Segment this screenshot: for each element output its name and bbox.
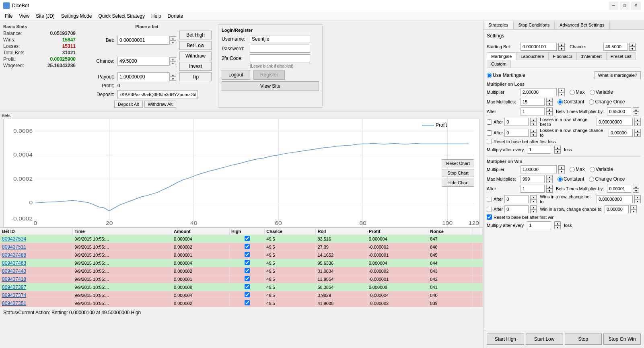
menu-view[interactable]: View <box>16 12 33 20</box>
win-mul-spin-down[interactable]: ▼ <box>558 169 565 173</box>
loss-bet-spin-down[interactable]: ▼ <box>634 122 641 126</box>
win-chance-spin-up[interactable]: ▲ <box>630 205 637 209</box>
high-check[interactable] <box>245 252 250 257</box>
bet-high-button[interactable]: Bet High <box>179 31 212 39</box>
bet-id-link[interactable]: 809437534 <box>2 236 26 242</box>
bet-id-link[interactable]: 809437418 <box>2 276 26 282</box>
max-multiplies-input[interactable] <box>521 98 545 106</box>
times-mul-spin-down[interactable]: ▼ <box>633 111 639 115</box>
after-loss-spin-down-2[interactable]: ▼ <box>530 133 537 137</box>
hide-chart-button[interactable]: Hide Chart <box>442 179 474 187</box>
after-win-spin-up-2[interactable]: ▲ <box>530 205 537 209</box>
start-low-button[interactable]: Start Low <box>526 334 563 345</box>
win-cond-1-check[interactable] <box>487 197 492 202</box>
loss-chance-spin-up[interactable]: ▲ <box>634 129 641 133</box>
constant-radio-label[interactable]: Contstant <box>558 99 584 105</box>
multiply-loss-input[interactable] <box>527 146 551 154</box>
win-times-mul-input[interactable] <box>607 185 631 193</box>
win-max-radio-label[interactable]: Max <box>570 167 585 172</box>
multiply-loss-spin-down[interactable]: ▼ <box>554 150 561 154</box>
win-after-spin-down[interactable]: ▼ <box>546 189 553 193</box>
win-change-once-radio-label[interactable]: Change Once <box>589 176 625 182</box>
use-martingale-label[interactable]: Use Martingale <box>487 72 525 78</box>
win-constant-radio-label[interactable]: Contstant <box>558 176 584 182</box>
high-check[interactable] <box>245 284 250 289</box>
reset-on-win-check[interactable] <box>487 214 492 220</box>
close-button[interactable]: ✕ <box>631 2 641 10</box>
win-times-spin-up[interactable]: ▲ <box>633 185 639 189</box>
high-check[interactable] <box>245 236 250 241</box>
tip-button[interactable]: Tip <box>179 72 212 81</box>
win-change-once-radio[interactable] <box>589 177 594 182</box>
bet-id-link[interactable]: 809437443 <box>2 268 26 274</box>
after-loss-spin-down-1[interactable]: ▼ <box>530 122 537 126</box>
win-chance-spin-down[interactable]: ▼ <box>630 209 637 213</box>
menu-settings-mode[interactable]: Settings Mode <box>58 12 95 20</box>
loss-cond-2-check[interactable] <box>487 130 492 136</box>
multiplier-spin-down[interactable]: ▼ <box>558 92 565 96</box>
change-once-radio[interactable] <box>589 99 594 105</box>
win-variable-radio[interactable] <box>590 167 595 172</box>
multiplier-input[interactable] <box>521 88 557 96</box>
deposit-input[interactable] <box>117 90 198 99</box>
high-check[interactable] <box>245 244 250 249</box>
max-mul-spin-down[interactable]: ▼ <box>546 102 553 106</box>
payout-spin-down[interactable]: ▼ <box>170 77 176 81</box>
win-bet-spin-down[interactable]: ▼ <box>634 199 641 203</box>
win-cond-2-check[interactable] <box>487 207 492 212</box>
win-variable-radio-label[interactable]: Variable <box>590 167 613 172</box>
invest-button[interactable]: Invest <box>179 62 212 71</box>
payout-spin-up[interactable]: ▲ <box>170 73 176 77</box>
bet-low-button[interactable]: Bet Low <box>179 41 212 50</box>
win-times-spin-down[interactable]: ▼ <box>633 189 639 193</box>
win-constant-radio[interactable] <box>558 177 563 182</box>
stab-custom[interactable]: Custom <box>487 60 511 68</box>
bet-spin-down[interactable]: ▼ <box>170 40 176 44</box>
chance-spin-down[interactable]: ▼ <box>170 61 176 65</box>
multiply-win-input[interactable] <box>527 221 551 229</box>
after-loss-spin-up-2[interactable]: ▲ <box>530 129 537 133</box>
stab-fibonacci[interactable]: Fibonacci <box>548 52 576 60</box>
win-max-mul-spin-up[interactable]: ▲ <box>546 175 553 179</box>
after-bets-spin-down[interactable]: ▼ <box>546 111 553 115</box>
stab-martingale[interactable]: Martingale <box>487 52 516 60</box>
stab-dalembert[interactable]: d'Alembert <box>576 52 606 60</box>
starting-bet-spin-up[interactable]: ▲ <box>558 43 565 47</box>
win-mul-spin-up[interactable]: ▲ <box>558 165 565 169</box>
bet-id-link[interactable]: 809437488 <box>2 252 26 258</box>
win-chance-change-input[interactable] <box>605 205 629 213</box>
after-win-input-2[interactable] <box>504 205 529 213</box>
starting-bet-spin-down[interactable]: ▼ <box>558 47 565 51</box>
win-bet-spin-up[interactable]: ▲ <box>634 195 641 199</box>
multiply-win-spin-down[interactable]: ▼ <box>554 225 561 229</box>
bet-id-link[interactable]: 809437374 <box>2 292 26 298</box>
after-win-spin-down-1[interactable]: ▼ <box>530 199 537 203</box>
change-once-radio-label[interactable]: Change Once <box>589 99 625 105</box>
after-bets-input[interactable] <box>521 107 545 115</box>
deposit-alt-button[interactable]: Deposit Alt <box>114 101 143 108</box>
after-loss-input-2[interactable] <box>504 129 529 137</box>
stop-on-win-button[interactable]: Stop On Win <box>603 334 641 345</box>
reset-chart-button[interactable]: Reset Chart <box>442 159 474 167</box>
what-is-martingale-button[interactable]: What is martingale? <box>595 71 641 79</box>
reset-on-loss-check[interactable] <box>487 139 492 144</box>
tab-strategies[interactable]: Strategies <box>484 21 514 29</box>
twofa-input[interactable] <box>250 54 310 62</box>
bet-input[interactable] <box>117 36 170 45</box>
withdraw-button[interactable]: Withdraw <box>179 51 212 60</box>
multiply-loss-spin-up[interactable]: ▲ <box>554 146 561 150</box>
variable-radio[interactable] <box>590 90 595 95</box>
max-radio[interactable] <box>570 90 575 95</box>
chance-spin-down-right[interactable]: ▼ <box>629 47 636 51</box>
menu-donate[interactable]: Donate <box>165 12 187 20</box>
loss-chance-spin-down[interactable]: ▼ <box>634 133 641 137</box>
win-bet-change-input[interactable] <box>597 195 633 203</box>
times-mul-spin-up[interactable]: ▲ <box>633 107 639 111</box>
starting-bet-input[interactable] <box>521 43 557 51</box>
times-mul-input[interactable] <box>607 107 631 115</box>
chance-spin-up-right[interactable]: ▲ <box>629 43 636 47</box>
use-martingale-radio[interactable] <box>487 73 492 78</box>
bet-id-link[interactable]: 809437397 <box>2 284 26 290</box>
tab-stop-conditions[interactable]: Stop Conditions <box>514 21 555 29</box>
menu-quick-select[interactable]: Quick Select Strategy <box>95 12 148 20</box>
